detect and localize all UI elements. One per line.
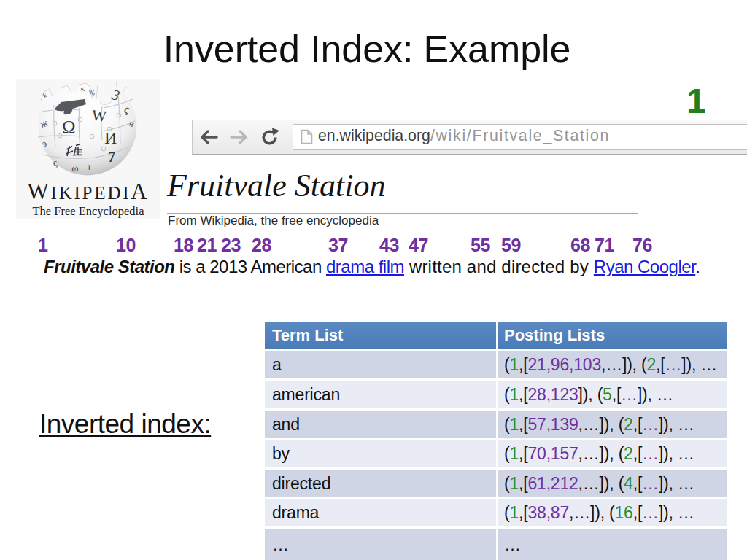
svg-text:Ω: Ω [62, 117, 76, 137]
svg-text:ω: ω [71, 163, 79, 174]
svg-text:И: И [104, 128, 117, 147]
svg-text:W: W [91, 106, 107, 125]
svg-text:7: 7 [108, 149, 115, 165]
